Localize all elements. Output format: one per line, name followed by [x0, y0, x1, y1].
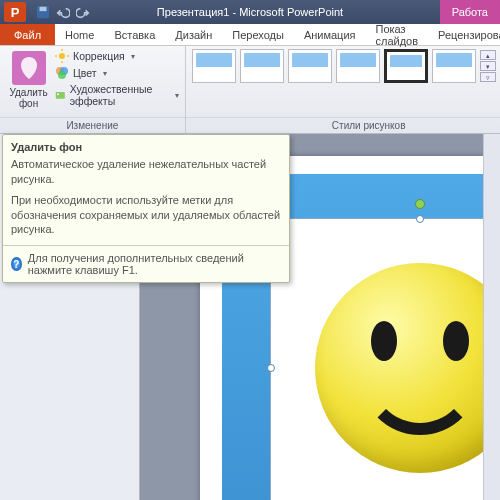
- brightness-icon: [55, 49, 69, 63]
- corrections-label: Коррекция: [73, 50, 125, 62]
- tab-slideshow[interactable]: Показ слайдов: [366, 24, 429, 45]
- style-thumb[interactable]: [384, 49, 428, 83]
- color-button[interactable]: Цвет▾: [55, 66, 179, 80]
- remove-background-icon: [12, 51, 46, 85]
- group-label-styles: Стили рисунков: [186, 117, 500, 133]
- color-icon: [55, 66, 69, 80]
- chevron-down-icon: ▾: [175, 91, 179, 100]
- style-thumb[interactable]: [288, 49, 332, 83]
- tab-design[interactable]: Дизайн: [165, 24, 222, 45]
- window-title: Презентация1 - Microsoft PowerPoint: [157, 6, 343, 18]
- contextual-tab[interactable]: Работа: [440, 0, 500, 24]
- artistic-effects-button[interactable]: Художественные эффекты▾: [55, 83, 179, 107]
- title-bar: P Презентация1 - Microsoft PowerPoint Ра…: [0, 0, 500, 24]
- tab-animation[interactable]: Анимация: [294, 24, 366, 45]
- gallery-scroll[interactable]: ▴▾▿: [480, 50, 496, 82]
- smiley-eye: [443, 321, 469, 361]
- tab-file[interactable]: Файл: [0, 24, 55, 45]
- style-thumb[interactable]: [192, 49, 236, 83]
- smiley-eye: [371, 321, 397, 361]
- svg-point-10: [58, 71, 66, 79]
- resize-handle[interactable]: [416, 215, 424, 223]
- tooltip-line1: Автоматическое удаление нежелательных ча…: [11, 157, 281, 187]
- chevron-down-icon: ▾: [103, 69, 107, 78]
- resize-handle[interactable]: [267, 364, 275, 372]
- tooltip-line2: При необходимости используйте метки для …: [11, 193, 281, 238]
- artistic-effects-icon: [55, 88, 66, 102]
- corrections-button[interactable]: Коррекция▾: [55, 49, 179, 63]
- ribbon: Удалить фон Коррекция▾ Цвет▾ Художествен…: [0, 46, 500, 134]
- app-badge: P: [4, 2, 26, 22]
- vertical-scrollbar[interactable]: [483, 134, 500, 500]
- save-icon[interactable]: [36, 5, 50, 19]
- svg-rect-11: [56, 92, 65, 99]
- tooltip-remove-background: Удалить фон Автоматическое удаление неже…: [2, 134, 290, 283]
- svg-point-12: [57, 93, 59, 95]
- svg-point-3: [59, 53, 65, 59]
- tab-review[interactable]: Рецензирование: [428, 24, 500, 45]
- color-label: Цвет: [73, 67, 97, 79]
- quick-access-toolbar: [36, 5, 90, 19]
- tab-transitions[interactable]: Переходы: [222, 24, 294, 45]
- style-thumb[interactable]: [432, 49, 476, 83]
- smiley-mouth: [360, 375, 480, 435]
- redo-icon[interactable]: [76, 5, 90, 19]
- tab-insert[interactable]: Вставка: [104, 24, 165, 45]
- undo-icon[interactable]: [56, 5, 70, 19]
- tooltip-footer: Для получения дополнительных сведений на…: [28, 252, 281, 276]
- ribbon-tabs: Файл Home Вставка Дизайн Переходы Анимац…: [0, 24, 500, 46]
- chevron-down-icon: ▾: [131, 52, 135, 61]
- selected-picture[interactable]: [270, 218, 500, 500]
- tooltip-title: Удалить фон: [3, 135, 289, 155]
- style-thumb[interactable]: [240, 49, 284, 83]
- remove-background-label: Удалить фон: [9, 87, 47, 109]
- tab-home[interactable]: Home: [55, 24, 104, 45]
- help-icon: ?: [11, 257, 22, 271]
- svg-rect-1: [40, 7, 47, 11]
- style-thumb[interactable]: [336, 49, 380, 83]
- rotation-handle[interactable]: [415, 199, 425, 209]
- artistic-effects-label: Художественные эффекты: [70, 83, 169, 107]
- group-label-adjust: Изменение: [0, 117, 185, 133]
- smiley-image: [315, 263, 500, 473]
- remove-background-button[interactable]: Удалить фон: [6, 49, 51, 109]
- picture-styles-gallery[interactable]: ▴▾▿: [192, 49, 496, 83]
